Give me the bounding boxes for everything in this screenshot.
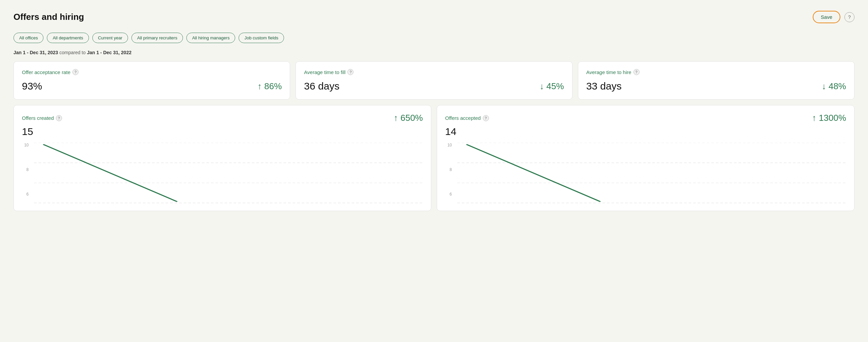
filters-row: All offices All departments Current year…: [13, 33, 855, 43]
chart-change-offers-created: ↑ 650%: [394, 113, 423, 123]
metric-label-offer-acceptance-rate: Offer acceptance rate ?: [22, 69, 282, 75]
metric-values-average-time-to-fill: 36 days ↓ 45%: [304, 80, 564, 92]
metric-change-average-time-to-fill: ↓ 45%: [539, 81, 564, 92]
metrics-row: Offer acceptance rate ? 93% ↑ 86% Averag…: [13, 61, 855, 100]
chart-label-offers-created: Offers created ?: [22, 115, 62, 121]
help-icon-offer-acceptance-rate[interactable]: ?: [72, 69, 79, 75]
help-icon-offers-accepted[interactable]: ?: [483, 115, 489, 121]
y-axis-offers-created: 10 8 6: [22, 143, 31, 197]
filter-all-offices[interactable]: All offices: [13, 33, 43, 43]
metric-label-average-time-to-fill: Average time to fill ?: [304, 69, 564, 75]
date-range: Jan 1 - Dec 31, 2023 compared to Jan 1 -…: [13, 50, 855, 55]
filter-all-hiring-managers[interactable]: All hiring managers: [186, 33, 235, 43]
metric-card-offer-acceptance-rate: Offer acceptance rate ? 93% ↑ 86%: [13, 61, 290, 100]
compared-label: compared to: [59, 50, 87, 55]
metric-values-average-time-to-hire: 33 days ↓ 48%: [586, 80, 846, 92]
metric-values-offer-acceptance-rate: 93% ↑ 86%: [22, 80, 282, 92]
metric-main-value-offer-acceptance-rate: 93%: [22, 80, 42, 92]
charts-row: Offers created ? ↑ 650% 15 10 8 6: [13, 105, 855, 211]
chart-card-offers-accepted: Offers accepted ? ↑ 1300% 14 10 8 6: [437, 105, 855, 211]
question-icon: ?: [848, 14, 851, 20]
metric-change-average-time-to-hire: ↓ 48%: [822, 81, 846, 92]
chart-main-value-offers-accepted: 14: [445, 126, 846, 137]
metric-main-value-average-time-to-fill: 36 days: [304, 80, 339, 92]
chart-header-offers-accepted: Offers accepted ? ↑ 1300%: [445, 113, 846, 123]
metric-card-average-time-to-hire: Average time to hire ? 33 days ↓ 48%: [578, 61, 855, 100]
page-header: Offers and hiring Save ?: [13, 11, 855, 23]
chart-header-offers-created: Offers created ? ↑ 650%: [22, 113, 423, 123]
help-icon-button[interactable]: ?: [844, 12, 855, 22]
filter-all-primary-recruiters[interactable]: All primary recruiters: [131, 33, 183, 43]
metric-label-average-time-to-hire: Average time to hire ?: [586, 69, 846, 75]
y-axis-offers-accepted: 10 8 6: [445, 143, 455, 197]
save-button[interactable]: Save: [813, 11, 840, 23]
filter-all-departments[interactable]: All departments: [47, 33, 89, 43]
metric-card-average-time-to-fill: Average time to fill ? 36 days ↓ 45%: [296, 61, 572, 100]
help-icon-average-time-to-hire[interactable]: ?: [633, 69, 640, 75]
chart-area-offers-accepted: 10 8 6: [445, 143, 846, 203]
filter-current-year[interactable]: Current year: [92, 33, 128, 43]
help-icon-average-time-to-fill[interactable]: ?: [347, 69, 353, 75]
chart-svg-offers-created: [34, 143, 423, 203]
current-date-range: Jan 1 - Dec 31, 2023: [13, 50, 58, 55]
chart-main-value-offers-created: 15: [22, 126, 423, 137]
previous-date-range: Jan 1 - Dec 31, 2022: [87, 50, 131, 55]
metric-main-value-average-time-to-hire: 33 days: [586, 80, 622, 92]
page-title: Offers and hiring: [13, 12, 84, 22]
chart-label-offers-accepted: Offers accepted ?: [445, 115, 489, 121]
chart-area-offers-created: 10 8 6: [22, 143, 423, 203]
help-icon-offers-created[interactable]: ?: [56, 115, 62, 121]
chart-svg-offers-accepted: [457, 143, 846, 203]
chart-card-offers-created: Offers created ? ↑ 650% 15 10 8 6: [13, 105, 431, 211]
header-actions: Save ?: [813, 11, 855, 23]
metric-change-offer-acceptance-rate: ↑ 86%: [257, 81, 282, 92]
filter-job-custom-fields[interactable]: Job custom fields: [239, 33, 284, 43]
chart-change-offers-accepted: ↑ 1300%: [812, 113, 846, 123]
